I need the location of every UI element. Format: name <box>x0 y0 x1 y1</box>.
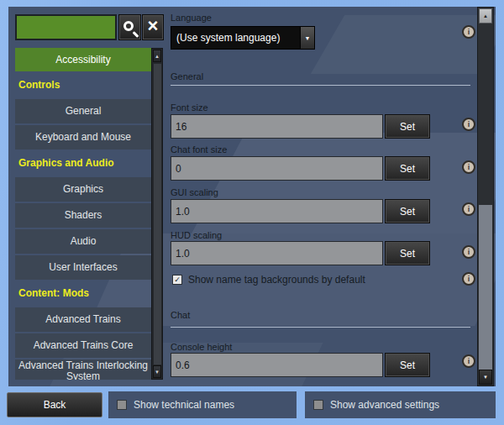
chevron-down-icon: ▼ <box>155 370 160 375</box>
nametag-backgrounds-label: Show name tag backgrounds by default <box>188 274 365 286</box>
hud-scaling-set-button[interactable]: Set <box>385 241 430 265</box>
scroll-up-button[interactable]: ▲ <box>153 50 161 62</box>
sidebar-header-graphics-and-audio[interactable]: Graphics and Audio <box>15 151 151 176</box>
show-technical-names-checkbox[interactable] <box>117 400 127 410</box>
sidebar-item-user-interfaces[interactable]: User Interfaces <box>15 255 151 280</box>
sidebar-item-audio[interactable]: Audio <box>15 229 151 254</box>
info-icon[interactable]: i <box>462 245 475 259</box>
sidebar-header-controls[interactable]: Controls <box>15 73 151 97</box>
search-input[interactable] <box>15 14 117 40</box>
section-header-general: General <box>171 71 203 81</box>
sidebar-item-general[interactable]: General <box>15 99 151 123</box>
scroll-down-button[interactable]: ▼ <box>153 365 161 378</box>
chevron-down-icon: ▼ <box>305 35 311 41</box>
chat-font-size-set-button[interactable]: Set <box>385 156 430 181</box>
category-list: Accessibility Controls General Keyboard … <box>15 48 163 380</box>
section-divider <box>171 85 470 86</box>
info-icon[interactable]: i <box>462 272 475 286</box>
scrollbar-thumb[interactable] <box>154 64 161 365</box>
info-icon[interactable]: i <box>462 160 475 174</box>
gui-scaling-set-button[interactable]: Set <box>385 199 430 223</box>
console-height-set-button[interactable]: Set <box>385 353 430 377</box>
chevron-up-icon: ▲ <box>155 54 160 59</box>
font-size-label: Font size <box>171 102 208 113</box>
search-button[interactable] <box>118 14 141 40</box>
sidebar-item-graphics[interactable]: Graphics <box>15 177 151 202</box>
show-advanced-settings-label: Show advanced settings <box>330 399 439 411</box>
section-header-chat: Chat <box>171 310 190 320</box>
language-label: Language <box>171 13 212 23</box>
font-size-set-button[interactable]: Set <box>385 114 430 139</box>
nametag-backgrounds-checkbox[interactable]: ✓ <box>172 275 182 285</box>
scroll-down-button[interactable]: ▼ <box>479 370 492 385</box>
chevron-down-icon: ▼ <box>483 375 488 380</box>
sidebar-scrollbar[interactable]: ▲ ▼ <box>151 48 163 380</box>
hud-scaling-label: HUD scaling <box>171 230 222 240</box>
sidebar-item-shaders[interactable]: Shaders <box>15 203 151 228</box>
font-size-input[interactable] <box>171 114 383 139</box>
info-icon[interactable]: i <box>462 25 475 39</box>
show-advanced-settings-checkbox[interactable] <box>313 400 323 410</box>
close-icon: × <box>148 17 159 35</box>
console-height-input[interactable] <box>171 353 383 377</box>
sidebar-item-advanced-trains[interactable]: Advanced Trains <box>15 307 151 332</box>
dropdown-arrow-button[interactable]: ▼ <box>300 27 314 49</box>
search-icon <box>123 21 134 31</box>
show-technical-names-label: Show technical names <box>134 399 234 411</box>
info-icon[interactable]: i <box>462 118 475 131</box>
hud-scaling-input[interactable] <box>171 241 383 265</box>
back-button[interactable]: Back <box>7 392 102 417</box>
scrollbar-thumb[interactable] <box>479 205 492 370</box>
sidebar-item-keyboard-and-mouse[interactable]: Keyboard and Mouse <box>15 125 151 150</box>
language-dropdown[interactable]: (Use system language) ▼ <box>171 26 315 50</box>
gui-scaling-input[interactable] <box>171 199 383 223</box>
info-icon[interactable]: i <box>462 202 475 216</box>
chevron-up-icon: ▲ <box>483 13 488 18</box>
advanced-settings-panel: Show advanced settings <box>305 391 496 418</box>
console-height-label: Console height <box>171 342 232 352</box>
content-scrollbar[interactable]: ▲ ▼ <box>477 7 494 386</box>
info-icon[interactable]: i <box>462 354 475 368</box>
sidebar-item-accessibility[interactable]: Accessibility <box>15 48 151 71</box>
chat-font-size-input[interactable] <box>171 156 383 181</box>
language-dropdown-value: (Use system language) <box>171 32 300 44</box>
gui-scaling-label: GUI scaling <box>171 187 218 197</box>
section-divider <box>171 327 470 328</box>
technical-names-panel: Show technical names <box>108 391 297 418</box>
clear-search-button[interactable]: × <box>142 14 164 40</box>
sidebar-item-advanced-trains-core[interactable]: Advanced Trains Core <box>15 333 151 358</box>
sidebar-header-content-mods[interactable]: Content: Mods <box>15 281 151 306</box>
sidebar-item-advanced-trains-interlocking-system[interactable]: Advanced Trains Interlocking System <box>15 359 151 380</box>
scroll-up-button[interactable]: ▲ <box>479 8 492 24</box>
settings-dialog: × Accessibility Controls General Keyboar… <box>8 7 496 386</box>
chat-font-size-label: Chat font size <box>171 144 227 155</box>
background-streak <box>311 15 496 74</box>
